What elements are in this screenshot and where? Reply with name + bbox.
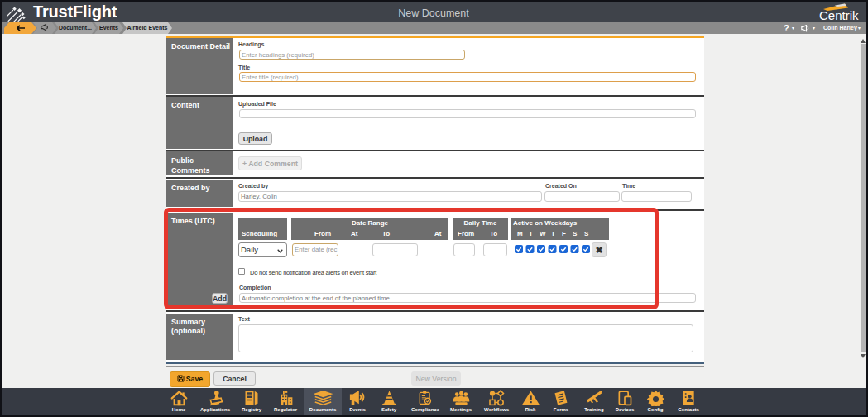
svg-text:Centrik: Centrik [819, 8, 859, 22]
